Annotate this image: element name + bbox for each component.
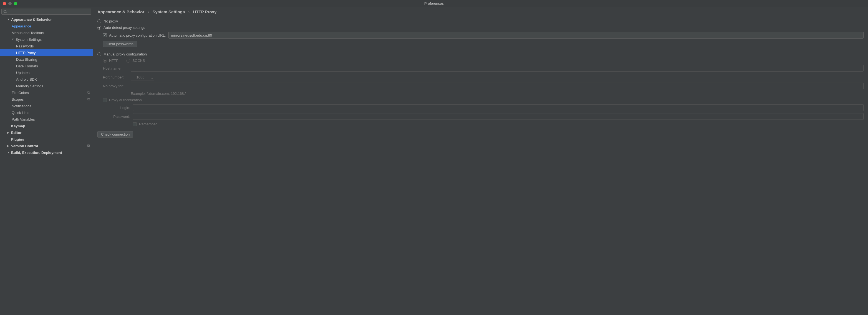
- tree-path-variables[interactable]: Path Variables: [0, 116, 93, 123]
- auto-config-url-label: Automatic proxy configuration URL:: [109, 33, 166, 37]
- tree-passwords[interactable]: Passwords: [0, 43, 93, 49]
- overlay-icon: ⧉: [87, 91, 90, 95]
- maximize-icon[interactable]: [14, 2, 17, 5]
- no-proxy-for-label: No proxy for:: [103, 84, 131, 88]
- tree-appearance-behavior[interactable]: ▼Appearance & Behavior: [0, 16, 93, 23]
- password-label: Password:: [108, 114, 133, 119]
- no-proxy-example: Example: *.domain.com, 192.168.*: [131, 92, 186, 96]
- radio-http: [103, 59, 107, 63]
- settings-tree: ▼Appearance & Behavior Appearance Menus …: [0, 16, 93, 315]
- radio-http-label: HTTP: [109, 59, 119, 63]
- port-number-label: Port number:: [103, 75, 131, 79]
- chevron-down-icon: ▼: [7, 151, 10, 154]
- radio-manual-row[interactable]: Manual proxy configuration: [97, 52, 864, 56]
- chevron-up-icon: ▲: [150, 74, 154, 77]
- radio-auto-detect-label: Auto-detect proxy settings: [103, 26, 145, 30]
- radio-auto-detect[interactable]: [97, 26, 101, 30]
- auto-config-url-input[interactable]: [168, 32, 864, 39]
- tree-file-colors[interactable]: File Colors⧉: [0, 89, 93, 96]
- checkbox-auto-config-url[interactable]: [103, 33, 107, 37]
- chevron-right-icon: ▶: [7, 144, 10, 147]
- check-connection-button[interactable]: Check connection: [97, 131, 133, 138]
- login-label: Login:: [108, 106, 133, 110]
- overlay-icon: ⧉: [87, 144, 90, 148]
- close-icon[interactable]: [3, 2, 6, 5]
- radio-socks-label: SOCKS: [132, 59, 145, 63]
- clear-passwords-button[interactable]: Clear passwords: [103, 41, 137, 47]
- radio-no-proxy-row[interactable]: No proxy: [97, 19, 864, 23]
- tree-data-sharing[interactable]: Data Sharing: [0, 56, 93, 63]
- tree-http-proxy[interactable]: HTTP Proxy: [0, 49, 93, 56]
- tree-appearance[interactable]: Appearance: [0, 23, 93, 29]
- tree-plugins[interactable]: Plugins: [0, 136, 93, 143]
- checkbox-remember: [133, 122, 137, 126]
- tree-android-sdk[interactable]: Android SDK: [0, 76, 93, 83]
- overlay-icon: ⧉: [87, 97, 90, 102]
- radio-manual[interactable]: [97, 53, 101, 56]
- radio-manual-label: Manual proxy configuration: [103, 52, 147, 56]
- proxy-auth-row: Proxy authentication: [103, 98, 864, 102]
- tree-keymap[interactable]: Keymap: [0, 123, 93, 129]
- tree-date-formats[interactable]: Date Formats: [0, 63, 93, 69]
- titlebar: Preferences: [0, 0, 868, 7]
- tree-scopes[interactable]: Scopes⧉: [0, 96, 93, 103]
- radio-no-proxy-label: No proxy: [103, 19, 118, 23]
- sidebar: ▼Appearance & Behavior Appearance Menus …: [0, 7, 93, 315]
- auto-config-row: Automatic proxy configuration URL:: [103, 32, 864, 39]
- port-number-input: [131, 74, 150, 80]
- proxy-type-row: HTTP SOCKS: [103, 59, 864, 63]
- window-title: Preferences: [0, 1, 868, 5]
- breadcrumb: Appearance & Behavior › System Settings …: [97, 9, 864, 14]
- radio-socks: [126, 59, 130, 63]
- chevron-down-icon: ▼: [12, 38, 14, 41]
- checkbox-proxy-auth: [103, 98, 107, 102]
- tree-system-settings[interactable]: ▼System Settings: [0, 36, 93, 43]
- main-panel: Appearance & Behavior › System Settings …: [93, 7, 868, 315]
- port-number-spinner: ▲ ▼: [131, 74, 154, 80]
- host-name-input: [131, 65, 864, 72]
- tree-quick-lists[interactable]: Quick Lists: [0, 109, 93, 116]
- spinner-buttons: ▲ ▼: [150, 74, 154, 80]
- chevron-right-icon: ▶: [7, 131, 10, 134]
- chevron-down-icon: ▼: [7, 18, 10, 21]
- tree-notifications[interactable]: Notifications: [0, 103, 93, 109]
- tree-build-execution-deployment[interactable]: ▼Build, Execution, Deployment: [0, 149, 93, 156]
- search-icon: [3, 10, 7, 13]
- host-name-label: Host name:: [103, 66, 131, 70]
- tree-updates[interactable]: Updates: [0, 69, 93, 76]
- no-proxy-for-input: [131, 83, 864, 89]
- login-input: [133, 104, 864, 111]
- tree-editor[interactable]: ▶Editor: [0, 129, 93, 136]
- tree-version-control[interactable]: ▶Version Control⧉: [0, 143, 93, 149]
- minimize-icon[interactable]: [8, 2, 12, 5]
- radio-auto-detect-row[interactable]: Auto-detect proxy settings: [97, 26, 864, 30]
- password-input: [133, 113, 864, 120]
- search-input[interactable]: [1, 9, 91, 15]
- tree-memory-settings[interactable]: Memory Settings: [0, 83, 93, 89]
- proxy-auth-label: Proxy authentication: [109, 98, 142, 102]
- tree-menus-toolbars[interactable]: Menus and Toolbars: [0, 29, 93, 36]
- window-controls: [0, 2, 17, 5]
- radio-no-proxy[interactable]: [97, 20, 101, 23]
- remember-label: Remember: [139, 122, 157, 126]
- chevron-down-icon: ▼: [150, 77, 154, 80]
